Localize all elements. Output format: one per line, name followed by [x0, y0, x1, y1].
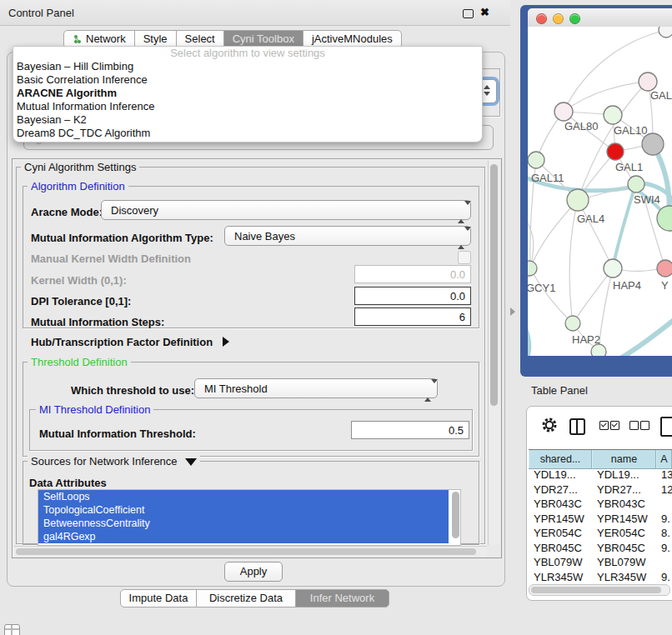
scrollbar-thumb[interactable] [16, 548, 476, 555]
attribute-list-item[interactable]: SelfLoops [38, 490, 449, 503]
document-icon[interactable] [660, 417, 672, 437]
network-node[interactable] [659, 27, 672, 38]
attribute-list-item[interactable]: gal4RGexp [38, 530, 449, 543]
node-label: GAL10 [614, 124, 647, 137]
table-body: YDL19...YDL19...13YDR27...YDR27...12YBR0… [529, 468, 672, 584]
float-window-icon[interactable] [463, 9, 474, 18]
apply-button[interactable]: Apply [224, 562, 283, 582]
scrollbar-thumb[interactable] [490, 164, 498, 406]
combo-stepper-icon [424, 383, 431, 398]
network-node[interactable] [604, 106, 622, 124]
hub-definition-expander[interactable]: Hub/Transcription Factor Definition [31, 336, 229, 348]
network-edge[interactable] [618, 317, 672, 356]
attribute-list-item[interactable]: TopologicalCoefficient [38, 503, 449, 517]
dpi-tolerance-label: DPI Tolerance [0,1]: [31, 295, 131, 308]
network-edge[interactable] [599, 268, 613, 350]
dropdown-item[interactable]: ARACNE Algorithm [13, 87, 482, 100]
table-cell: YPR145W [529, 512, 592, 527]
tab-impute-data[interactable]: Impute Data [120, 589, 197, 608]
node-label: SWI4 [634, 193, 660, 206]
table-horizontal-scrollbar[interactable] [529, 584, 670, 596]
dropdown-item[interactable]: Dream8 DC_TDC Algorithm [13, 127, 482, 140]
which-threshold-combo[interactable]: MI Threshold [194, 378, 438, 398]
close-traffic-light-icon[interactable] [536, 13, 547, 24]
list-scrollbar-thumb[interactable] [452, 492, 459, 538]
select-all-checkbox-icon[interactable] [610, 421, 619, 430]
tab-infer-network[interactable]: Infer Network [295, 589, 389, 608]
dropdown-hint: Select algorithm to view settings [13, 47, 482, 60]
table-row[interactable]: YDL19...YDL19...13 [529, 468, 672, 482]
network-edge[interactable] [528, 318, 529, 356]
network-node[interactable] [528, 152, 544, 168]
aracne-mode-combo[interactable]: Discovery [101, 200, 471, 220]
mi-steps-field[interactable]: 6 [354, 308, 471, 326]
dropdown-item[interactable]: Bayesian – K2 [13, 113, 482, 127]
manual-kernel-width-checkbox[interactable] [458, 251, 471, 264]
network-node[interactable] [628, 176, 644, 192]
gear-icon[interactable] [541, 417, 558, 433]
data-attributes-label: Data Attributes [29, 477, 107, 489]
data-attributes-list[interactable]: SelfLoopsTopologicalCoefficientBetweenne… [38, 489, 461, 546]
table-cell: YBR043C [592, 497, 656, 512]
table-row[interactable]: YBL079WYBL079W [529, 555, 672, 570]
kernel-width-field[interactable]: 0.0 [354, 265, 471, 283]
settings-vertical-scrollbar[interactable] [488, 160, 500, 545]
table-row[interactable]: YBR045CYBR045C9. [529, 541, 672, 556]
cyni-algorithm-settings-title: Cyni Algorithm Settings [21, 161, 139, 173]
network-node[interactable] [565, 316, 580, 331]
network-node[interactable] [528, 261, 537, 276]
select-all-checkbox-icon[interactable] [599, 421, 609, 430]
table-row[interactable]: YER054CYER054C8. [529, 526, 672, 541]
panel-splitter-icon[interactable] [510, 308, 515, 316]
hub-definition-label: Hub/Transcription Factor Definition [31, 336, 213, 348]
tab-discretize-data[interactable]: Discretize Data [196, 589, 296, 608]
network-node[interactable] [604, 259, 622, 278]
column-header-name[interactable]: name [592, 450, 656, 468]
mi-algorithm-type-combo[interactable]: Naive Bayes [224, 226, 471, 246]
table-cell: YBR045C [529, 541, 592, 556]
zoom-traffic-light-icon[interactable] [569, 13, 580, 24]
network-edge[interactable] [530, 200, 578, 268]
network-canvas[interactable]: GALGAL80GAL10GAL1GAL11SWI4GAL4GCY1HAP4YH… [528, 27, 672, 356]
network-node[interactable] [657, 260, 672, 277]
expand-right-icon [223, 337, 229, 347]
aracne-mode-value: Discovery [111, 204, 158, 217]
table-row[interactable]: YLR345WYLR345W9. [529, 570, 672, 585]
grid-corner-icon[interactable] [4, 624, 20, 635]
dpi-tolerance-field[interactable]: 0.0 [354, 287, 471, 305]
scrollbar-thumb[interactable] [531, 587, 661, 593]
table-cell: YBR045C [592, 541, 656, 556]
table-row[interactable]: YPR145WYPR145W9. [529, 512, 672, 527]
settings-horizontal-scrollbar[interactable] [13, 546, 487, 557]
close-icon[interactable]: ✖ [480, 6, 489, 18]
network-node[interactable] [639, 72, 657, 91]
attribute-list-item[interactable]: BetweennessCentrality [38, 517, 449, 530]
network-edge[interactable] [530, 268, 573, 323]
deselect-checkbox-icon[interactable] [629, 421, 639, 430]
table-row[interactable]: YDR27...YDR27...12 [529, 482, 672, 498]
deselect-checkbox-icon[interactable] [640, 421, 649, 430]
column-header-shared[interactable]: shared... [529, 450, 592, 468]
network-window-titlebar[interactable] [528, 8, 672, 28]
sources-group-title[interactable]: Sources for Network Inference [28, 455, 200, 468]
network-node[interactable] [607, 143, 624, 160]
dropdown-item[interactable]: Mutual Information Inference [13, 100, 482, 113]
table-row[interactable]: YBR043CYBR043C [529, 497, 672, 512]
which-threshold-label: Which threshold to use: [71, 384, 194, 397]
network-edge[interactable] [564, 82, 648, 112]
network-node[interactable] [591, 344, 606, 356]
columns-icon[interactable] [569, 418, 585, 435]
mi-threshold-field[interactable]: 0.5 [351, 421, 469, 439]
network-edge[interactable] [578, 200, 613, 268]
dropdown-item[interactable]: Bayesian – Hill Climbing [13, 60, 482, 73]
column-header-partial[interactable]: A [656, 450, 672, 468]
network-node[interactable] [567, 189, 589, 211]
network-node[interactable] [554, 102, 573, 121]
table-cell: YDL19... [592, 468, 656, 482]
node-label: GCY1 [528, 282, 555, 294]
node-label: GAL80 [564, 120, 598, 132]
node-label: GAL11 [531, 172, 564, 184]
minimize-traffic-light-icon[interactable] [553, 13, 564, 24]
network-edge[interactable] [613, 185, 635, 268]
dropdown-item[interactable]: Basic Correlation Inference [13, 73, 482, 87]
